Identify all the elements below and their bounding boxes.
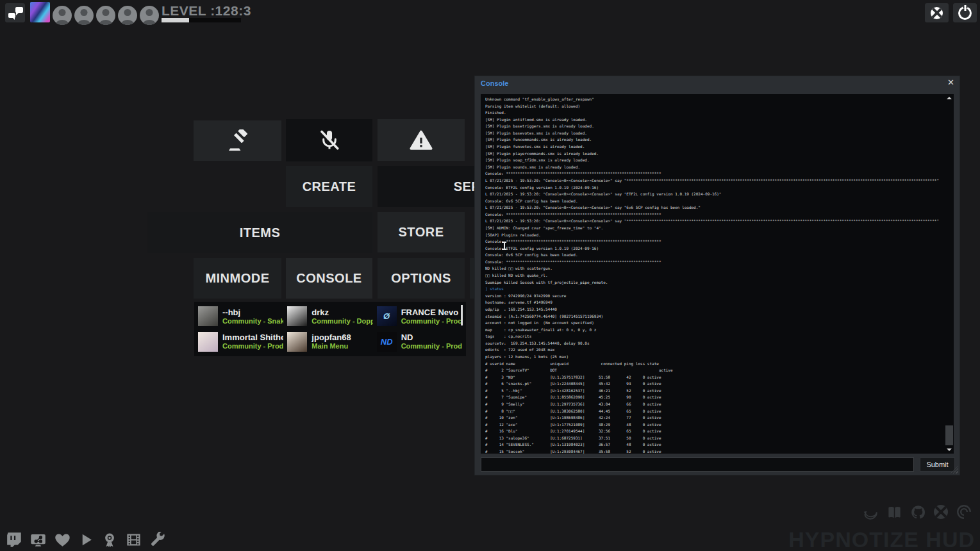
console-log-line: L 07/21/2025 - 19:53:20: "Console<0><Con… (485, 204, 943, 211)
top-bar: LEVEL :128:3 (0, 0, 980, 28)
console-log-line: # 16 "Blu" [U:1:270149544] 32:56 65 0 ac… (485, 428, 943, 435)
console-scrollbar[interactable] (945, 94, 954, 454)
console-log-line: [SM] ADMIN: Changed cvar "spec_freeze_ti… (485, 225, 943, 232)
text-cursor-ibeam (502, 242, 506, 250)
console-log-line: [SM] Plugin funcommands.smx is already l… (485, 136, 943, 144)
create-button[interactable]: CREATE (286, 166, 372, 207)
friends-scrollbar[interactable] (461, 305, 463, 325)
scroll-down-icon[interactable] (947, 448, 952, 451)
items-button[interactable]: ITEMS (147, 212, 372, 253)
friend-avatar (198, 332, 218, 352)
console-command-input[interactable] (481, 457, 914, 472)
friend-name: FRANCE Nevo (401, 308, 462, 317)
items-label: ITEMS (240, 226, 281, 240)
friend-avatar (287, 306, 307, 326)
friend-avatar (287, 332, 307, 352)
console-log-line: # 2 "SourceTV" BOT active (485, 367, 943, 374)
console-log-lines: Unknown command "tf_enable_glows_after_r… (485, 96, 943, 454)
level-progress-bar (162, 18, 241, 22)
voice-mute-button[interactable] (286, 119, 372, 161)
alerts-icon (409, 129, 433, 152)
console-log-line: Parsing item whitelist (default: allowed… (485, 103, 943, 110)
console-log-line: Console: 6v6 5CP config has been loaded. (485, 198, 943, 205)
friend-entry[interactable]: jpopfan68Main Menu (287, 331, 372, 354)
medal-icon[interactable] (101, 532, 118, 548)
store-button[interactable]: STORE (378, 212, 465, 252)
tf2-logo-button[interactable] (925, 3, 949, 22)
console-log-line: L 07/21/2025 - 19:53:20: "Console<0><Con… (485, 218, 943, 225)
console-log-line: □□ killed ND with quake_rl. (485, 272, 943, 279)
ban-gavel-button[interactable] (194, 120, 281, 161)
friend-status: Community - Snake... (222, 317, 283, 325)
voice-mute-icon (318, 129, 341, 152)
friend-name: ND (401, 333, 462, 342)
friend-entry[interactable]: drkzCommunity - Doppl... (287, 305, 372, 328)
console-log-line: [SM] Plugin soap_tf2dm.smx is already lo… (485, 157, 943, 164)
twitch-icon[interactable] (5, 531, 22, 548)
scroll-up-icon[interactable] (947, 97, 952, 99)
console-log-line: # userid name uniqueid connected ping lo… (485, 361, 943, 368)
quit-button[interactable] (953, 3, 977, 22)
banana-icon[interactable] (863, 504, 879, 520)
play-icon[interactable] (78, 532, 94, 548)
close-icon[interactable]: ✕ (947, 78, 954, 87)
console-log-line: # 3 "ND" [U:1:357517832] 51:58 42 0 acti… (485, 374, 943, 381)
book-icon[interactable] (886, 504, 902, 520)
minmode-label: MINMODE (205, 271, 269, 286)
wrench-icon[interactable] (149, 532, 166, 548)
film-icon[interactable] (125, 531, 142, 548)
console-log-line: version : 9742990/24 9742990 secure (485, 293, 943, 300)
user-avatar[interactable] (30, 2, 50, 22)
console-log-line: Console: ETF2L config version 1.0.19 (20… (485, 245, 943, 252)
party-slot-avatar[interactable] (53, 6, 72, 25)
screen-share-icon[interactable] (29, 531, 47, 548)
friend-avatar: ND (377, 332, 397, 352)
options-button[interactable]: OPTIONS (378, 258, 465, 299)
alerts-button[interactable] (378, 119, 465, 161)
options-label: OPTIONS (391, 271, 451, 286)
console-log-line: ] status (485, 286, 943, 293)
heart-icon[interactable] (54, 531, 71, 548)
friend-entry[interactable]: --hbjCommunity - Snake... (198, 305, 283, 328)
console-log-line: sourcetv: 169.254.153.145:54440, delay 9… (485, 340, 943, 347)
hypnotize-spiral-icon[interactable] (956, 504, 972, 520)
console-log-line: # 9 "Smelly" [U:1:297735736] 43:04 66 0 … (485, 401, 943, 408)
console-log-line: [SM] Plugin basevotes.smx is already loa… (485, 130, 943, 137)
console-button[interactable]: CONSOLE (286, 258, 372, 299)
tf2-logo-icon (931, 7, 943, 19)
console-log-line: Console: 6v6 5CP config has been loaded. (485, 252, 943, 259)
footer-social-bar (5, 531, 166, 548)
party-slot-avatar[interactable] (140, 6, 159, 25)
minmode-button[interactable]: MINMODE (194, 258, 281, 299)
console-window-title[interactable]: Console (481, 79, 508, 87)
console-log-line: # 14 "SEVENLESS." [U:1:131984023] 36:57 … (485, 441, 943, 448)
friend-entry[interactable]: NDNDCommunity - Product (377, 331, 462, 354)
submit-button[interactable]: Submit (920, 457, 955, 472)
chat-button[interactable] (5, 3, 25, 22)
level-label: LEVEL :128:3 (162, 4, 251, 17)
friend-entry[interactable]: Immortal ShitheadCommunity - Product (198, 331, 283, 354)
friend-name: --hbj (222, 308, 283, 317)
scrollbar-thumb[interactable] (945, 425, 953, 445)
console-log-line: tags : cp,nocrits (485, 333, 943, 340)
github-icon[interactable] (910, 504, 926, 520)
console-log-line: [SM] Plugin playercommands.smx is alread… (485, 151, 943, 158)
console-log-line: # 12 "ace" [U:1:177521089] 38:29 48 0 ac… (485, 422, 943, 429)
console-log-line: # 5 "--hbj" [U:1:428162537] 46:21 52 0 a… (485, 388, 943, 395)
console-log-line: steamid : [A:1:742560774:46440] (9027145… (485, 313, 943, 320)
console-log-line: Console: ETF2L config version 1.0.19 (20… (485, 185, 943, 192)
console-log-line: L 07/21/2025 - 19:53:20: "Console<0><Con… (485, 191, 943, 198)
console-log[interactable]: Unknown command "tf_enable_glows_after_r… (481, 94, 954, 454)
party-slot-avatar[interactable] (96, 6, 115, 25)
console-log-line: # 13 "salope36" [U:1:68725931] 37:51 50 … (485, 435, 943, 442)
console-log-line: # 8 "□□" [U:1:383062580] 44:45 65 0 acti… (485, 408, 943, 415)
console-log-line: # 7 "Suomipe" [U:1:855862090] 45:25 90 0… (485, 394, 943, 401)
friend-entry[interactable]: ØFRANCE NevoCommunity - Proces... (377, 305, 462, 328)
tf2-logo-icon[interactable] (934, 505, 948, 519)
party-slot-avatar[interactable] (74, 6, 94, 25)
party-slot-avatar[interactable] (118, 6, 137, 25)
friends-panel: --hbjCommunity - Snake...drkzCommunity -… (194, 302, 466, 356)
console-log-line: # 10 "zen" [U:1:198698486] 42:24 77 0 ac… (485, 415, 943, 422)
create-label: CREATE (303, 179, 356, 194)
console-log-line: Finished. (485, 110, 943, 117)
